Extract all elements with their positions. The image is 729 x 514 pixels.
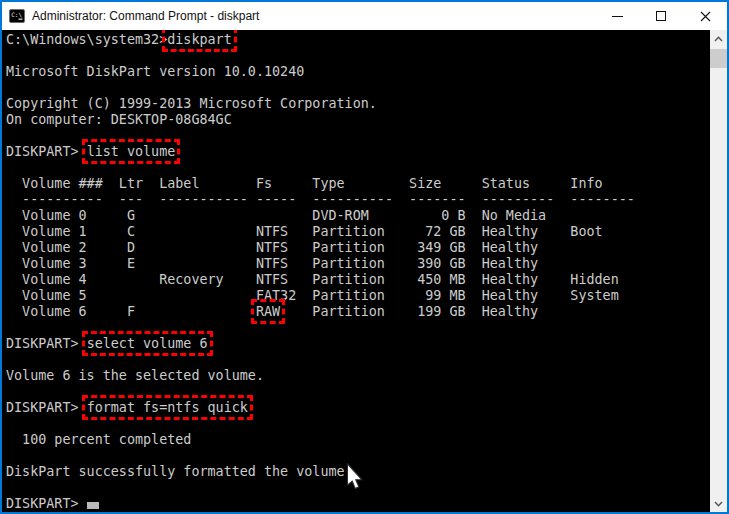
console-line: [6, 384, 710, 400]
console-line: DiskPart successfully formatted the volu…: [6, 464, 710, 480]
console-line: Volume 1 C NTFS Partition 72 GB Healthy …: [6, 224, 710, 240]
console-line: [6, 448, 710, 464]
console-line: Microsoft DiskPart version 10.0.10240: [6, 64, 710, 80]
console-line: C:\Windows\system32>diskpart: [6, 32, 710, 48]
console-line: DISKPART> list volume: [6, 144, 710, 160]
command-prompt-window: C:\ Administrator: Command Prompt - disk…: [0, 0, 729, 514]
window-title: Administrator: Command Prompt - diskpart: [32, 9, 259, 23]
console-line: [6, 416, 710, 432]
svg-text:C:\: C:\: [11, 11, 22, 18]
scrollbar-thumb[interactable]: [710, 49, 727, 68]
text-cursor: [87, 502, 99, 509]
scrollbar[interactable]: [710, 30, 727, 512]
console-line: Volume 5 FAT32 Partition 99 MB Healthy S…: [6, 288, 710, 304]
console-line: ---------- --- ----------- ----- -------…: [6, 192, 710, 208]
minimize-button[interactable]: [595, 2, 639, 30]
console-line: Volume 6 F RAW Partition 199 GB Healthy: [6, 304, 710, 320]
console-line: [6, 48, 710, 64]
console-line: Copyright (C) 1999-2013 Microsoft Corpor…: [6, 96, 710, 112]
chevron-down-icon: [714, 501, 723, 507]
scrollbar-track[interactable]: [710, 47, 727, 495]
title-bar[interactable]: C:\ Administrator: Command Prompt - disk…: [2, 2, 727, 30]
console-line: DISKPART> format fs=ntfs quick: [6, 400, 710, 416]
maximize-button[interactable]: [639, 2, 683, 30]
close-icon: [700, 11, 711, 22]
scroll-down-button[interactable]: [710, 495, 727, 512]
console-line: [6, 160, 710, 176]
console-line: 100 percent completed: [6, 432, 710, 448]
annotation-highlight-box: diskpart: [167, 32, 232, 47]
annotation-highlight-box: list volume: [87, 144, 176, 159]
console-output[interactable]: C:\Windows\system32>diskpartMicrosoft Di…: [2, 30, 710, 512]
annotation-highlight-box: select volume 6: [87, 336, 208, 351]
annotation-highlight-box: format fs=ntfs quick: [87, 400, 248, 415]
console-line: On computer: DESKTOP-08G84GC: [6, 112, 710, 128]
console-line: Volume 4 Recovery NTFS Partition 450 MB …: [6, 272, 710, 288]
console-line: [6, 80, 710, 96]
console-line: Volume ### Ltr Label Fs Type Size Status…: [6, 176, 710, 192]
console-line: [6, 320, 710, 336]
console-line: DISKPART>: [6, 496, 710, 512]
console-line: [6, 128, 710, 144]
console-line: Volume 2 D NTFS Partition 349 GB Healthy: [6, 240, 710, 256]
chevron-up-icon: [714, 36, 723, 42]
scroll-up-button[interactable]: [710, 30, 727, 47]
console-line: Volume 6 is the selected volume.: [6, 368, 710, 384]
console-line: DISKPART> select volume 6: [6, 336, 710, 352]
console-line: [6, 480, 710, 496]
console-line: Volume 0 G DVD-ROM 0 B No Media: [6, 208, 710, 224]
maximize-icon: [656, 11, 666, 21]
console-line: Volume 3 E NTFS Partition 390 GB Healthy: [6, 256, 710, 272]
close-button[interactable]: [683, 2, 727, 30]
window-body: C:\Windows\system32>diskpartMicrosoft Di…: [2, 30, 727, 512]
window-controls: [595, 2, 727, 30]
minimize-icon: [612, 16, 623, 17]
cmd-icon[interactable]: C:\: [9, 8, 25, 24]
annotation-highlight-box: RAW: [256, 304, 280, 319]
console-line: [6, 352, 710, 368]
